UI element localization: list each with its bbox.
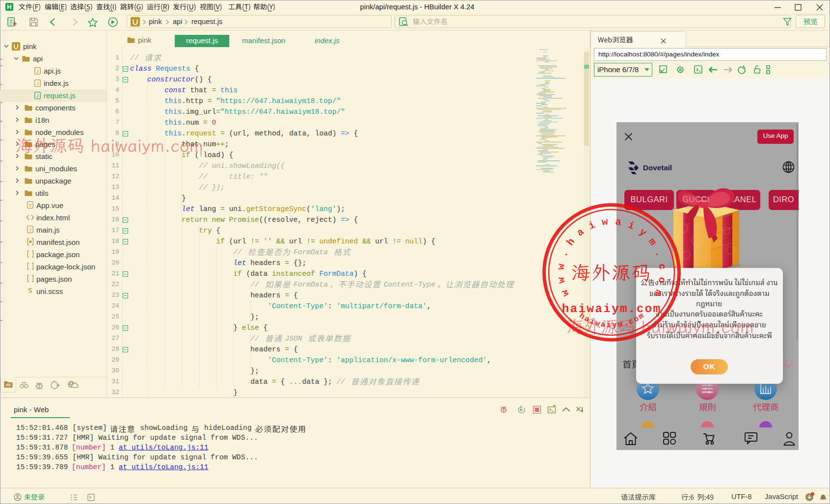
svg-text:V: V bbox=[28, 203, 31, 208]
svg-text:J: J bbox=[36, 93, 39, 98]
svg-text:J: J bbox=[36, 69, 39, 74]
svg-text:J: J bbox=[36, 81, 39, 86]
svg-text:J: J bbox=[29, 227, 31, 232]
